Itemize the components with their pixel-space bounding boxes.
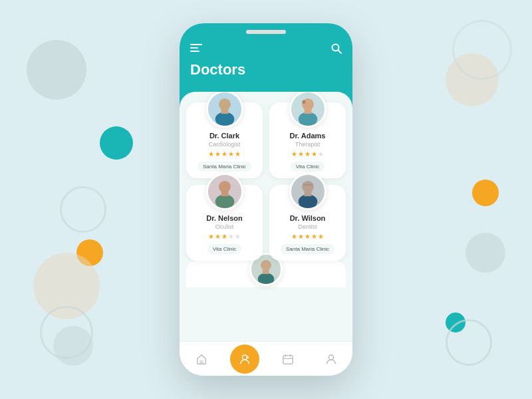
clinic-wilson: Santa Maria Clinic xyxy=(281,244,334,254)
partial-card xyxy=(186,261,346,287)
doctor-name-nelson: Dr. Nelson xyxy=(206,214,242,222)
svg-rect-31 xyxy=(283,355,292,364)
doctor-card-adams[interactable]: Dr. Adams Therapist ★ ★ ★ ★ ★ Vita Clini… xyxy=(269,102,346,178)
bottom-nav xyxy=(180,341,352,376)
svg-point-7 xyxy=(215,112,234,126)
svg-rect-17 xyxy=(221,192,228,196)
avatar-clark xyxy=(206,92,243,128)
svg-rect-26 xyxy=(263,270,269,274)
stars-adams: ★ ★ ★ ★ ★ xyxy=(291,150,324,158)
avatar-wilson xyxy=(289,173,327,210)
svg-rect-0 xyxy=(190,44,202,45)
doctors-grid: Dr. Clark Cardiologist ★ ★ ★ ★ ★ Santa M… xyxy=(186,98,346,261)
svg-rect-27 xyxy=(200,360,203,363)
svg-rect-1 xyxy=(190,47,198,49)
app-screen: Doctors Dr. Clark Cardiologist xyxy=(180,23,352,376)
clinic-nelson: Vita Clinic xyxy=(207,244,241,254)
avatar-adams xyxy=(289,92,327,128)
svg-point-24 xyxy=(261,260,271,271)
svg-point-20 xyxy=(298,194,317,208)
stars-wilson: ★ ★ ★ ★ ★ xyxy=(291,233,324,240)
svg-point-28 xyxy=(242,354,247,359)
nav-home[interactable] xyxy=(187,344,216,374)
page-title: Doctors xyxy=(190,61,342,78)
doctor-card-wilson[interactable]: Dr. Wilson Dentist ★ ★ ★ ★ ★ Santa Maria… xyxy=(269,185,346,261)
nav-doctors[interactable] xyxy=(230,344,259,374)
doctor-name-adams: Dr. Adams xyxy=(289,132,325,140)
nav-profile[interactable] xyxy=(317,344,346,374)
nav-calendar[interactable] xyxy=(273,344,303,374)
doctor-specialty-wilson: Dentist xyxy=(298,223,317,230)
stars-clark: ★ ★ ★ ★ ★ xyxy=(208,150,241,158)
svg-point-16 xyxy=(215,194,234,208)
svg-rect-21 xyxy=(304,192,311,196)
doctor-specialty-nelson: Oculist xyxy=(215,223,234,230)
svg-rect-8 xyxy=(221,109,228,114)
svg-point-13 xyxy=(302,100,305,104)
doctor-name-wilson: Dr. Wilson xyxy=(290,214,326,222)
doctor-specialty-adams: Therapist xyxy=(295,141,321,148)
svg-rect-12 xyxy=(304,109,311,114)
svg-point-19 xyxy=(302,181,314,193)
doctor-specialty-clark: Cardiologist xyxy=(209,141,241,148)
clinic-adams: Vita Clinic xyxy=(291,162,325,172)
doctor-card-clark[interactable]: Dr. Clark Cardiologist ★ ★ ★ ★ ★ Santa M… xyxy=(186,102,263,178)
search-icon[interactable] xyxy=(331,43,342,56)
doctor-card-nelson[interactable]: Dr. Nelson Oculist ★ ★ ★ ★ ★ Vita Clinic xyxy=(186,185,263,261)
phone-notch xyxy=(246,30,286,34)
clinic-clark: Santa Maria Clinic xyxy=(198,162,251,172)
svg-point-6 xyxy=(219,98,231,110)
avatar-nelson xyxy=(206,173,243,210)
svg-rect-22 xyxy=(303,184,312,186)
menu-icon[interactable] xyxy=(190,44,202,55)
svg-point-11 xyxy=(298,112,317,126)
svg-line-4 xyxy=(338,51,342,54)
svg-point-15 xyxy=(219,181,231,193)
doctor-name-clark: Dr. Clark xyxy=(209,132,239,140)
scroll-content[interactable]: Dr. Clark Cardiologist ★ ★ ★ ★ ★ Santa M… xyxy=(180,92,352,341)
svg-point-35 xyxy=(329,354,333,359)
stars-nelson: ★ ★ ★ ★ ★ xyxy=(208,233,241,240)
svg-rect-2 xyxy=(190,51,200,52)
phone-frame: Doctors Dr. Clark Cardiologist xyxy=(180,23,352,376)
